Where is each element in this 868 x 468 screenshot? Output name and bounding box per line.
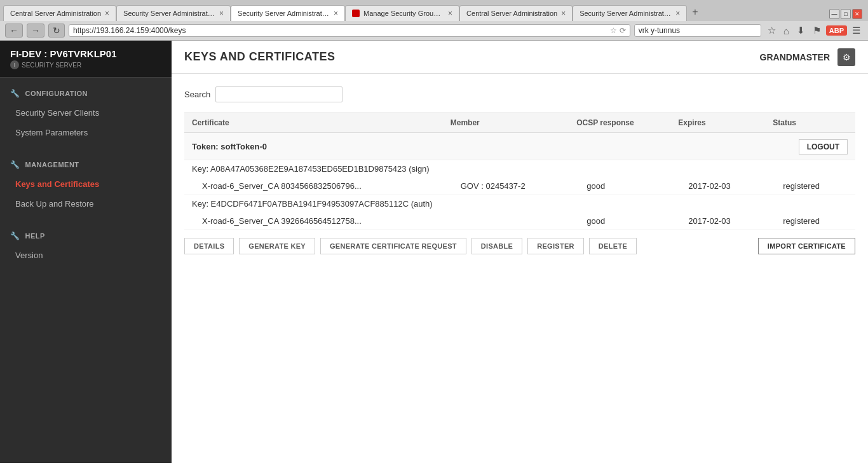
cert-ocsp-2: good bbox=[569, 212, 670, 230]
url-icons: ☆ ⟳ bbox=[610, 26, 626, 35]
sidebar-item-security-server-clients[interactable]: Security Server Clients bbox=[0, 103, 172, 123]
tab-close-icon[interactable]: × bbox=[561, 9, 566, 18]
tab-security-server-1[interactable]: Security Server Administration × bbox=[116, 5, 231, 21]
cert-expires-1: 2017-02-03 bbox=[670, 177, 765, 195]
sidebar-section-title-help: 🔧 HELP bbox=[0, 226, 172, 245]
abp-button[interactable]: ABP bbox=[826, 25, 847, 36]
info-icon: i bbox=[10, 60, 19, 69]
cert-member-1: GOV : 0245437-2 bbox=[443, 177, 569, 195]
sidebar-section-title-configuration: 🔧 CONFIGURATION bbox=[0, 84, 172, 103]
search-bar: Search bbox=[184, 86, 855, 102]
details-button[interactable]: DETAILS bbox=[184, 238, 234, 254]
tab-close-icon[interactable]: × bbox=[448, 9, 452, 18]
search-label: Search bbox=[184, 90, 210, 99]
cert-expires-2: 2017-02-03 bbox=[670, 212, 765, 230]
logout-button[interactable]: LOGOUT bbox=[799, 139, 848, 155]
import-certificate-button[interactable]: IMPORT CERTIFICATE bbox=[758, 238, 855, 254]
wrench-icon: 🔧 bbox=[10, 89, 20, 98]
tab-central-server-2[interactable]: Central Server Administration × bbox=[459, 5, 573, 21]
token-label: Token: softToken-0 bbox=[184, 133, 765, 160]
url-box[interactable]: https://193.166.24.159:4000/keys ☆ ⟳ bbox=[69, 24, 630, 37]
sidebar-section-help: 🔧 HELP Version bbox=[0, 220, 172, 272]
key-row-1[interactable]: Key: A08A47A05368E2E9A187453ED65ED1B1D98… bbox=[184, 160, 855, 178]
key-label-1: Key: A08A47A05368E2E9A187453ED65ED1B1D98… bbox=[184, 160, 855, 178]
download-button[interactable]: ⬇ bbox=[794, 24, 808, 38]
register-button[interactable]: REGISTER bbox=[527, 238, 584, 254]
refresh-icon: ⟳ bbox=[620, 26, 626, 35]
sidebar-header: FI-DEV : PV6TVRKLP01 i SECURITY SERVER bbox=[0, 41, 172, 78]
logout-cell: LOGOUT bbox=[765, 133, 855, 160]
server-type: i SECURITY SERVER bbox=[10, 60, 161, 69]
sidebar-section-management: 🔧 MANAGEMENT Keys and Certificates Back … bbox=[0, 149, 172, 220]
app-container: FI-DEV : PV6TVRKLP01 i SECURITY SERVER 🔧… bbox=[0, 41, 868, 463]
tab-favicon-icon bbox=[352, 10, 360, 17]
generate-cert-request-button[interactable]: GENERATE CERTIFICATE REQUEST bbox=[320, 238, 466, 254]
tab-close-icon[interactable]: × bbox=[675, 9, 680, 18]
home-button[interactable]: ⌂ bbox=[781, 24, 792, 38]
table-header-row: Certificate Member OCSP response Expires… bbox=[184, 113, 855, 133]
cert-member-2 bbox=[443, 212, 569, 230]
col-certificate: Certificate bbox=[184, 113, 443, 133]
tab-close-icon[interactable]: × bbox=[219, 9, 224, 18]
sidebar: FI-DEV : PV6TVRKLP01 i SECURITY SERVER 🔧… bbox=[0, 41, 172, 463]
wrench-icon: 🔧 bbox=[10, 231, 20, 240]
content-area: Search Certificate Member OCSP response … bbox=[172, 74, 868, 463]
maximize-button[interactable]: □ bbox=[841, 9, 851, 19]
col-status: Status bbox=[765, 113, 855, 133]
tab-security-server-2[interactable]: Security Server Administration × bbox=[573, 5, 687, 21]
cert-status-2: registered bbox=[765, 212, 855, 230]
tab-central-server-1[interactable]: Central Server Administration × bbox=[3, 5, 116, 21]
settings-button[interactable]: ⚙ bbox=[837, 48, 855, 66]
sidebar-item-keys-and-certificates[interactable]: Keys and Certificates bbox=[0, 174, 172, 194]
page-title: KEYS AND CERTIFICATES bbox=[184, 50, 336, 64]
col-member: Member bbox=[443, 113, 569, 133]
map-pin-button[interactable]: ⚑ bbox=[810, 24, 824, 38]
star-button[interactable]: ☆ bbox=[765, 24, 778, 38]
table-row[interactable]: X-road-6_Server_CA 8034566832506796... G… bbox=[184, 177, 855, 195]
delete-button[interactable]: DELETE bbox=[589, 238, 637, 254]
tab-close-icon[interactable]: × bbox=[105, 9, 109, 18]
reload-button[interactable]: ↻ bbox=[48, 24, 65, 38]
server-name: FI-DEV : PV6TVRKLP01 bbox=[10, 48, 161, 59]
sidebar-section-configuration: 🔧 CONFIGURATION Security Server Clients … bbox=[0, 78, 172, 149]
main-content: KEYS AND CERTIFICATES GRANDMASTER ⚙ Sear… bbox=[172, 41, 868, 463]
url-text: https://193.166.24.159:4000/keys bbox=[73, 26, 610, 35]
col-expires: Expires bbox=[670, 113, 765, 133]
col-ocsp-response: OCSP response bbox=[569, 113, 670, 133]
bookmark-star-icon: ☆ bbox=[610, 26, 617, 35]
address-bar: ← → ↻ https://193.166.24.159:4000/keys ☆… bbox=[0, 21, 868, 40]
cert-status-1: registered bbox=[765, 177, 855, 195]
cert-certificate-1: X-road-6_Server_CA 8034566832506796... bbox=[184, 177, 443, 195]
new-tab-button[interactable]: + bbox=[687, 3, 703, 21]
browser-actions: ☆ ⌂ ⬇ ⚑ ABP ☰ bbox=[765, 24, 863, 38]
browser-chrome: — □ ✕ Central Server Administration × Se… bbox=[0, 0, 868, 41]
username: GRANDMASTER bbox=[760, 52, 830, 62]
tab-close-icon[interactable]: × bbox=[334, 9, 338, 18]
cert-certificate-2: X-road-6_Server_CA 3926646564512758... bbox=[184, 212, 443, 230]
disable-button[interactable]: DISABLE bbox=[471, 238, 522, 254]
menu-button[interactable]: ☰ bbox=[850, 24, 863, 38]
minimize-button[interactable]: — bbox=[829, 9, 839, 19]
token-row: Token: softToken-0 LOGOUT bbox=[184, 133, 855, 160]
back-button[interactable]: ← bbox=[5, 24, 23, 38]
search-box[interactable]: vrk y-tunnus bbox=[634, 24, 761, 37]
close-button[interactable]: ✕ bbox=[852, 9, 862, 19]
search-query: vrk y-tunnus bbox=[639, 26, 757, 35]
sidebar-item-system-parameters[interactable]: System Parameters bbox=[0, 123, 172, 142]
generate-key-button[interactable]: GENERATE KEY bbox=[239, 238, 315, 254]
key-row-2[interactable]: Key: E4DCDF6471F0A7BBA1941F94953097ACF88… bbox=[184, 195, 855, 213]
page-header: KEYS AND CERTIFICATES GRANDMASTER ⚙ bbox=[172, 41, 868, 74]
search-input[interactable] bbox=[215, 86, 342, 102]
page-header-right: GRANDMASTER ⚙ bbox=[760, 48, 855, 66]
forward-button[interactable]: → bbox=[27, 24, 44, 38]
action-bar: DETAILS GENERATE KEY GENERATE CERTIFICAT… bbox=[184, 230, 855, 254]
wrench-icon: 🔧 bbox=[10, 160, 20, 169]
table-row[interactable]: X-road-6_Server_CA 3926646564512758... g… bbox=[184, 212, 855, 230]
sidebar-section-title-management: 🔧 MANAGEMENT bbox=[0, 155, 172, 174]
cert-ocsp-1: good bbox=[569, 177, 670, 195]
sidebar-item-back-up-and-restore[interactable]: Back Up and Restore bbox=[0, 194, 172, 214]
tab-security-server-active[interactable]: Security Server Administration × bbox=[231, 5, 345, 21]
tab-manage-security-group[interactable]: Manage Security Group ... × bbox=[345, 5, 459, 21]
certificates-table: Certificate Member OCSP response Expires… bbox=[184, 113, 855, 230]
sidebar-item-version[interactable]: Version bbox=[0, 245, 172, 265]
